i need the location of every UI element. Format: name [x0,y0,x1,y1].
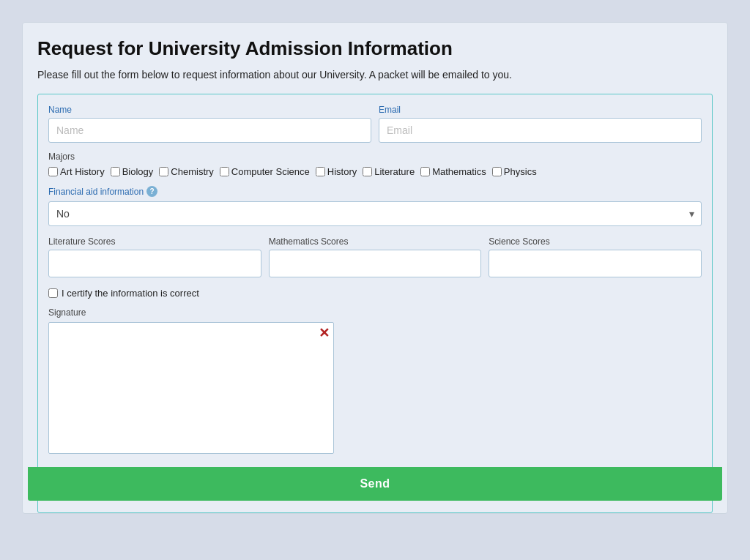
checkbox-computer-science-label: Computer Science [231,166,310,177]
certify-label: I certify the information is correct [62,288,199,299]
certify-row: I certify the information is correct [48,288,702,299]
majors-checkboxes: Art History Biology Chemistry Computer S… [48,166,702,177]
financial-aid-select-wrapper: No Yes ▾ [48,201,702,226]
send-btn-wrapper: Send [38,467,712,501]
form-container: Request for University Admission Informa… [22,22,728,514]
financial-aid-help-icon[interactable]: ? [146,186,157,197]
page-title: Request for University Admission Informa… [37,37,713,60]
scores-row: Literature Scores Mathematics Scores Sci… [48,236,702,277]
mathematics-score-label: Mathematics Scores [269,236,482,247]
form-description: Please fill out the form below to reques… [37,69,713,81]
checkbox-physics-label: Physics [504,166,537,177]
financial-aid-label-row: Financial aid information ? [48,186,702,197]
checkbox-art-history-label: Art History [60,166,105,177]
checkbox-literature-input[interactable] [363,167,372,176]
checkbox-biology-input[interactable] [111,167,120,176]
certify-checkbox[interactable] [48,288,58,298]
checkbox-physics-input[interactable] [492,167,502,176]
literature-score-group: Literature Scores [48,236,261,277]
checkbox-computer-science-input[interactable] [220,167,229,176]
signature-area: ✕ [48,322,334,454]
checkbox-biology[interactable]: Biology [111,166,154,177]
checkbox-art-history-input[interactable] [48,167,58,176]
email-field-group: Email [379,105,702,143]
mathematics-score-input[interactable] [269,250,482,277]
majors-label: Majors [48,152,702,162]
financial-aid-label-text: Financial aid information [48,187,144,197]
mathematics-score-group: Mathematics Scores [269,236,482,277]
checkbox-art-history[interactable]: Art History [48,166,105,177]
send-button[interactable]: Send [28,467,722,501]
name-field-group: Name [48,105,371,143]
checkbox-physics[interactable]: Physics [492,166,537,177]
checkbox-chemistry-input[interactable] [159,167,168,176]
checkbox-biology-label: Biology [122,166,154,177]
literature-score-input[interactable] [48,250,261,277]
page-wrapper: Request for University Admission Informa… [15,15,735,521]
email-label: Email [379,105,702,115]
checkbox-history-label: History [327,166,357,177]
signature-canvas[interactable] [48,322,334,454]
form-inner: Name Email Majors Art History Biology [37,94,713,513]
email-input[interactable] [379,118,702,143]
checkbox-history[interactable]: History [316,166,357,177]
name-email-row: Name Email [48,105,702,143]
signature-label: Signature [48,307,702,318]
science-score-input[interactable] [489,250,702,277]
checkbox-history-input[interactable] [316,167,325,176]
checkbox-literature[interactable]: Literature [363,166,415,177]
name-label: Name [48,105,371,115]
name-input[interactable] [48,118,371,143]
checkbox-mathematics-label: Mathematics [432,166,486,177]
checkbox-mathematics-input[interactable] [420,167,430,176]
science-score-label: Science Scores [489,236,702,247]
checkbox-chemistry[interactable]: Chemistry [159,166,214,177]
financial-aid-select[interactable]: No Yes [48,201,702,226]
checkbox-literature-label: Literature [374,166,415,177]
signature-clear-button[interactable]: ✕ [319,326,330,340]
checkbox-chemistry-label: Chemistry [171,166,214,177]
science-score-group: Science Scores [489,236,702,277]
literature-score-label: Literature Scores [48,236,261,247]
checkbox-computer-science[interactable]: Computer Science [220,166,310,177]
checkbox-mathematics[interactable]: Mathematics [420,166,486,177]
